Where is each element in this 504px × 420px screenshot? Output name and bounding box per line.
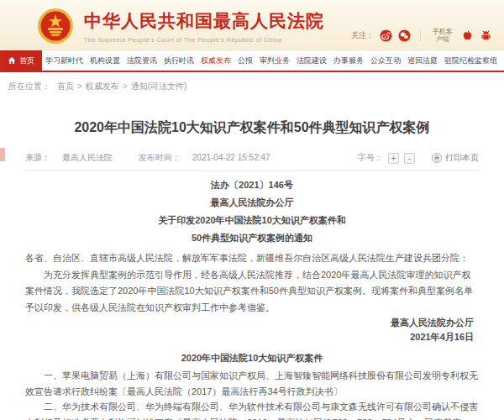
article-meta: 来源：最高人民法院 发布时间：2021-04-22 15:52:47 字号： +… xyxy=(25,152,479,164)
salutation: 各省、自治区、直辖市高级人民法院，解放军军事法院，新疆维吾尔自治区高级人民法院生… xyxy=(25,250,479,267)
site-header: 中华人民共和国最高人民法院 The Supreme People's Court… xyxy=(0,0,504,50)
nav-item[interactable]: 办事服务 xyxy=(330,50,367,71)
nav-item[interactable]: 权威发布 xyxy=(197,50,234,71)
case-item: 二、华为技术有限公司、华为终端有限公司、华为软件技术有限公司与康文森无线许可有限… xyxy=(25,399,479,420)
font-decrease-button[interactable]: - xyxy=(404,153,415,164)
mobile-client-label: 手机客户端 xyxy=(430,28,455,43)
site-brand[interactable]: 中华人民共和国最高人民法院 The Supreme People's Court… xyxy=(37,8,324,45)
android-icon[interactable] xyxy=(480,29,492,42)
header-divider xyxy=(420,29,421,41)
nav-item[interactable]: 法院资讯 xyxy=(123,50,160,71)
signature-org: 最高人民法院办公厅 xyxy=(25,316,479,330)
nav-item[interactable]: 机构设置 xyxy=(87,50,123,71)
breadcrumb-separator: > xyxy=(123,81,128,91)
nav-item-label: 执行时讯 xyxy=(164,55,194,66)
main-nav: 首页 学习新时代 机构设置 法院资讯 xyxy=(0,50,504,72)
site-subtitle: The Supreme People's Court of The People… xyxy=(84,36,324,44)
breadcrumb-link[interactable]: 权威发布 xyxy=(86,81,119,91)
wechat-icon[interactable] xyxy=(398,29,411,42)
publish-time-value: 2021-04-22 15:52:47 xyxy=(192,153,270,162)
section-heading: 2020年中国法院10大知识产权案件 xyxy=(25,349,479,366)
follow-label: 关注： xyxy=(351,30,374,41)
nav-item-label: 法院建设 xyxy=(297,55,327,66)
doc-title-line2: 50件典型知识产权案例的通知 xyxy=(25,229,479,247)
nav-item[interactable]: 驻院纪检监察组 xyxy=(441,50,501,71)
breadcrumb-link[interactable]: 通知(司法文件) xyxy=(131,81,187,91)
meta-right: 字号： + - 打印本页 xyxy=(358,152,479,164)
article-title: 2020年中国法院10大知识产权案件和50件典型知识产权案例 xyxy=(25,119,479,137)
doc-number: 法办〔2021〕146号 xyxy=(25,176,479,194)
article: 2020年中国法院10大知识产权案件和50件典型知识产权案例 来源：最高人民法院… xyxy=(0,119,504,420)
case-item: 一、苹果电脑贸易（上海）有限公司与国家知识产权局、上海智臻智能网络科技股份有限公… xyxy=(25,368,479,399)
nav-item-label: 审判业务 xyxy=(260,55,290,66)
nav-item-label: 权威发布 xyxy=(201,55,231,66)
nav-item-label: 法院资讯 xyxy=(127,55,157,66)
breadcrumb: 所在位置：首页>权威发布>通知(司法文件) xyxy=(0,72,504,97)
apple-icon[interactable] xyxy=(461,29,474,42)
nav-item[interactable]: 执行时讯 xyxy=(160,50,197,71)
meta-divider xyxy=(25,171,479,171)
header-social-area: 关注： 手机客户端 xyxy=(351,28,492,43)
document-body: 法办〔2021〕146号 最高人民法院办公厅 关于印发2020年中国法院10大知… xyxy=(25,176,479,420)
nav-item-label: 巡回法庭 xyxy=(407,55,438,66)
nav-item-label: 首页 xyxy=(19,55,34,66)
doc-title-line1: 关于印发2020年中国法院10大知识产权案件和 xyxy=(25,212,479,229)
nav-item[interactable]: 公众互动 xyxy=(367,50,404,71)
national-emblem-icon xyxy=(37,8,74,45)
weibo-icon[interactable] xyxy=(380,29,392,42)
site-title-block: 中华人民共和国最高人民法院 The Supreme People's Court… xyxy=(84,9,324,44)
nav-item[interactable]: 学习新时代 xyxy=(42,50,87,71)
page: 中华人民共和国最高人民法院 The Supreme People's Court… xyxy=(0,0,504,420)
breadcrumb-separator: > xyxy=(77,81,82,91)
nav-item[interactable]: 公报 xyxy=(234,50,256,71)
source-value: 最高人民法院 xyxy=(62,153,113,162)
nav-item-label: 学习新时代 xyxy=(45,55,83,66)
font-increase-button[interactable]: + xyxy=(388,153,399,164)
nav-item-label: 驻院纪检监察组 xyxy=(444,55,497,66)
signature-date: 2021年4月16日 xyxy=(25,330,479,344)
nav-item[interactable]: 关于我们 xyxy=(501,50,504,71)
nav-item[interactable]: 法院建设 xyxy=(293,50,330,71)
meta-left: 来源：最高人民法院 发布时间：2021-04-22 15:52:47 xyxy=(25,152,294,164)
nav-item-label: 公众互动 xyxy=(370,55,401,66)
breadcrumb-link[interactable]: 首页 xyxy=(57,81,74,91)
publish-time-label: 发布时间： xyxy=(139,153,181,162)
breadcrumb-label: 所在位置： xyxy=(8,81,50,91)
print-button[interactable]: 打印本页 xyxy=(432,152,479,164)
doc-issuing-org: 最高人民法院办公厅 xyxy=(25,194,479,212)
nav-item[interactable]: 巡回法庭 xyxy=(404,50,441,71)
print-label: 打印本页 xyxy=(445,152,479,164)
nav-item-label: 公报 xyxy=(238,55,253,66)
source-label: 来源： xyxy=(25,153,50,162)
floating-widget-fragment xyxy=(0,53,4,70)
nav-item[interactable]: 审判业务 xyxy=(256,50,293,71)
site-title: 中华人民共和国最高人民法院 xyxy=(84,9,324,33)
doc-paragraphs: 各省、自治区、直辖市高级人民法院，解放军军事法院，新疆维吾尔自治区高级人民法院生… xyxy=(25,250,479,316)
nav-item-label: 办事服务 xyxy=(333,55,364,66)
floating-widget-fragment xyxy=(0,148,5,161)
body-paragraph: 为充分发挥典型案例的示范引导作用，经各高级人民法院推荐，结合2020年最高人民法… xyxy=(25,267,479,317)
printer-icon xyxy=(432,153,442,163)
case-list: 一、苹果电脑贸易（上海）有限公司与国家知识产权局、上海智臻智能网络科技股份有限公… xyxy=(25,368,479,420)
nav-item[interactable]: 首页 xyxy=(0,50,42,71)
font-size-label: 字号： xyxy=(358,152,383,164)
nav-item-label: 机构设置 xyxy=(90,55,120,66)
home-icon xyxy=(8,56,16,65)
